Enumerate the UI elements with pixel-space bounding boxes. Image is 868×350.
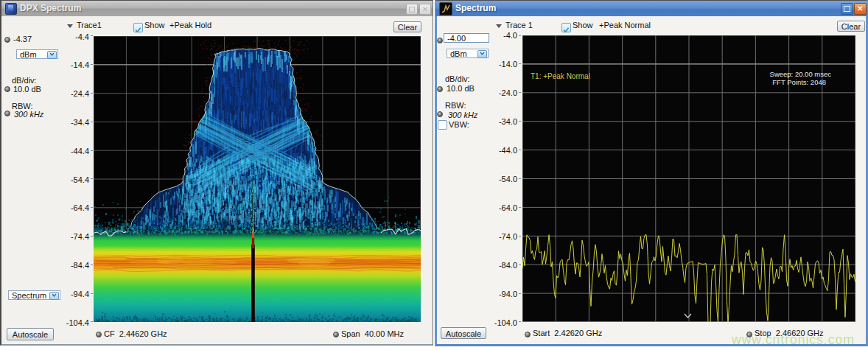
svg-text:Sweep: 20.00 msec: Sweep: 20.00 msec: [770, 70, 832, 78]
svg-text:FFT Points: 2048: FFT Points: 2048: [772, 78, 826, 86]
svg-text:T1: +Peak Normal: T1: +Peak Normal: [531, 72, 590, 80]
